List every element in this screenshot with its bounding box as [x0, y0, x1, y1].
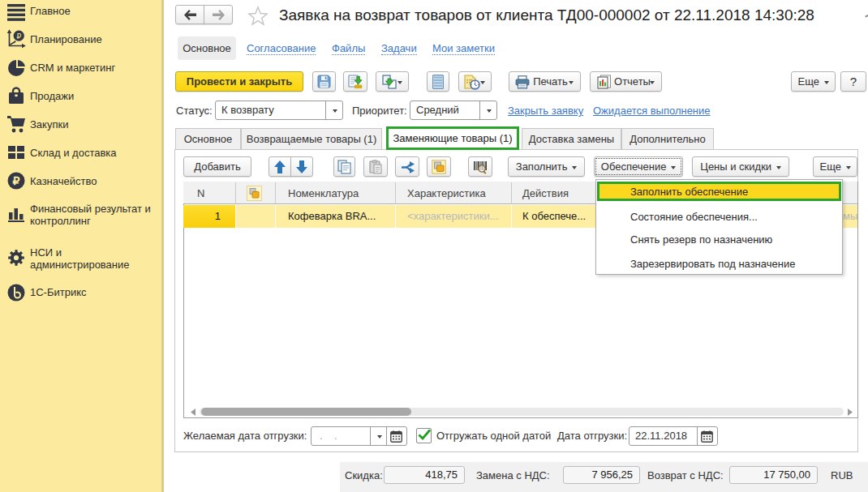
svg-text:₽: ₽: [13, 174, 20, 187]
svg-text:₽: ₽: [16, 32, 21, 41]
